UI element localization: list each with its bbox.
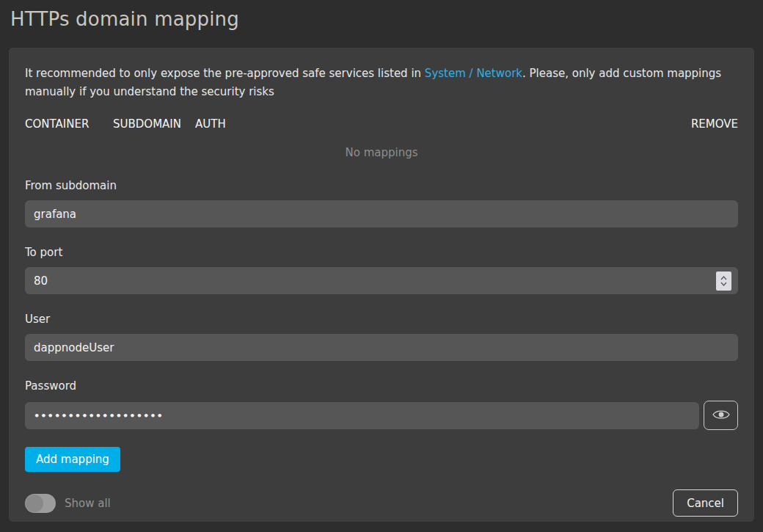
empty-mappings-message: No mappings <box>25 137 738 179</box>
mappings-table-header: CONTAINER SUBDOMAIN AUTH REMOVE <box>25 112 738 137</box>
toggle-knob <box>26 495 43 512</box>
header-remove: REMOVE <box>691 117 738 131</box>
to-port-label: To port <box>25 246 738 259</box>
from-subdomain-field: From subdomain <box>25 179 738 227</box>
to-port-field: To port <box>25 246 738 294</box>
info-text: It recommended to only expose the pre-ap… <box>25 65 738 101</box>
password-label: Password <box>25 379 738 393</box>
system-network-link[interactable]: System / Network <box>425 67 522 80</box>
to-port-input[interactable] <box>25 267 738 294</box>
user-input[interactable] <box>25 334 738 361</box>
user-label: User <box>25 313 738 326</box>
up-down-chevrons-icon[interactable] <box>716 272 731 291</box>
header-auth: AUTH <box>195 117 691 131</box>
eye-icon <box>712 408 731 423</box>
domain-mapping-card: It recommended to only expose the pre-ap… <box>9 48 754 522</box>
show-all-label: Show all <box>65 497 111 510</box>
page-title: HTTPs domain mapping <box>10 8 763 30</box>
from-subdomain-label: From subdomain <box>25 179 738 192</box>
password-field: Password <box>25 379 738 430</box>
add-mapping-button[interactable]: Add mapping <box>25 447 120 472</box>
card-footer: Show all Cancel <box>25 489 738 517</box>
header-container: CONTAINER <box>25 117 113 131</box>
from-subdomain-input[interactable] <box>25 200 738 227</box>
info-text-pre: It recommended to only expose the pre-ap… <box>25 67 425 80</box>
password-input[interactable] <box>25 402 699 429</box>
cancel-button[interactable]: Cancel <box>673 489 738 517</box>
show-password-button[interactable] <box>704 401 738 430</box>
user-field: User <box>25 313 738 361</box>
header-subdomain: SUBDOMAIN <box>113 117 195 131</box>
show-all-toggle[interactable] <box>25 494 56 513</box>
